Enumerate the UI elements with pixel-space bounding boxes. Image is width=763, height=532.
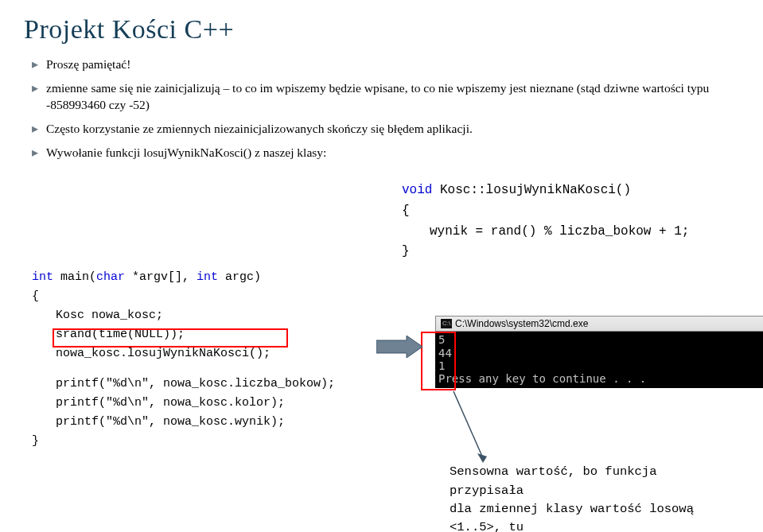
svg-line-1: [454, 391, 483, 458]
cmd-title-text: C:\Windows\system32\cmd.exe: [455, 318, 588, 329]
highlight-box-icon: [53, 328, 288, 348]
code-blank-line: [32, 363, 335, 375]
page-title: Projekt Kości C++: [24, 14, 739, 45]
bullet-marker-icon: ▸: [32, 120, 46, 138]
caption-text: Sensowna wartość, bo funkcja przypisała …: [450, 463, 720, 532]
code-line: }: [32, 432, 335, 451]
bullet-text: Wywołanie funkcji losujWynikNaKosci() z …: [46, 144, 739, 161]
code-line: void Kosc::losujWynikNaKosci(): [402, 181, 689, 201]
cmd-titlebar: C:\ C:\Windows\system32\cmd.exe: [435, 316, 763, 332]
code-text: Kosc::losujWynikNaKosci(): [432, 183, 631, 197]
code-left-block: int main(char *argv[], int argc) { Kosc …: [32, 268, 335, 451]
code-line: }: [402, 242, 689, 262]
bullet-list: ▸ Proszę pamiętać! ▸ zmienne same się ni…: [32, 56, 739, 161]
caption-line: Sensowna wartość, bo funkcja przypisała: [450, 463, 720, 500]
highlight-box-icon: [421, 332, 456, 390]
cmd-output-line: Press any key to continue . . .: [438, 372, 646, 385]
cmd-window: C:\ C:\Windows\system32\cmd.exe 5 44 1 P…: [435, 316, 763, 387]
bullet-marker-icon: ▸: [32, 56, 46, 73]
caption-line: dla zmiennej klasy wartość losową <1..5>…: [450, 500, 720, 532]
code-line: {: [32, 287, 335, 306]
bullet-text: zmienne same się nie zainicjalizują – to…: [46, 80, 739, 114]
code-line: {: [402, 201, 689, 222]
svg-marker-0: [376, 336, 422, 358]
code-line: Kosc nowa_kosc;: [32, 306, 335, 325]
code-right-block: void Kosc::losujWynikNaKosci() { wynik =…: [402, 181, 689, 262]
keyword: int: [197, 270, 218, 284]
keyword: void: [402, 183, 432, 197]
svg-marker-2: [477, 453, 487, 463]
arrow-down-icon: [447, 391, 495, 463]
code-text: argc): [218, 270, 261, 284]
list-item: ▸ Wywołanie funkcji losujWynikNaKosci() …: [32, 144, 739, 161]
bullet-text: Często korzystanie ze zmiennych niezaini…: [46, 120, 739, 138]
keyword: int: [32, 270, 53, 284]
code-text: main(: [53, 270, 96, 284]
code-text: *argv[],: [125, 270, 197, 284]
list-item: ▸ zmienne same się nie zainicjalizują – …: [32, 80, 739, 114]
code-line: wynik = rand() % liczba_bokow + 1;: [402, 222, 689, 243]
bullet-marker-icon: ▸: [32, 80, 46, 114]
keyword: char: [96, 270, 125, 284]
list-item: ▸ Proszę pamiętać!: [32, 56, 739, 73]
cmd-icon: C:\: [441, 319, 452, 328]
code-line: printf("%d\n", nowa_kosc.wynik);: [32, 413, 335, 432]
code-line: printf("%d\n", nowa_kosc.liczba_bokow);: [32, 375, 335, 394]
list-item: ▸ Często korzystanie ze zmiennych niezai…: [32, 120, 739, 138]
code-line: int main(char *argv[], int argc): [32, 268, 335, 287]
bullet-text: Proszę pamiętać!: [46, 56, 739, 73]
bullet-marker-icon: ▸: [32, 144, 46, 161]
code-line: printf("%d\n", nowa_kosc.kolor);: [32, 394, 335, 413]
cmd-body: 5 44 1 Press any key to continue . . .: [435, 332, 763, 387]
arrow-right-icon: [376, 336, 422, 358]
